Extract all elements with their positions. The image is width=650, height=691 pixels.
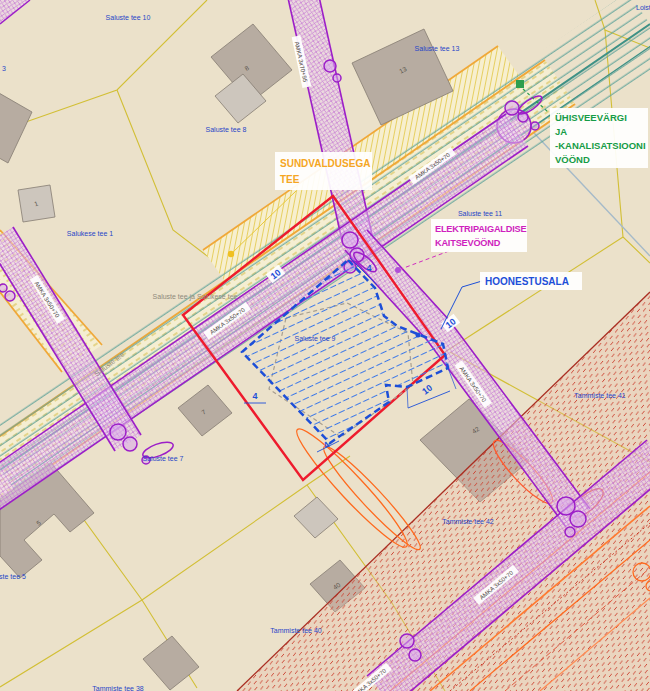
hoonestusala-label: HOONESTUSALA [480, 272, 582, 290]
uhisveevargi-voond-label: ÜHISVEEVÄRGI JA -KANALISATSIOONI VÖÖND [550, 108, 648, 168]
svg-text:JA: JA [555, 126, 567, 137]
elektripaigaldise-kaitsevoond-label: ELEKTRIPAIGALDISE KAITSEVÖÖND [431, 219, 527, 252]
label-saluste-tee-5: Saluste tee 5 [0, 573, 26, 580]
sundvaldusega-tee-label: SUNDVALDUSEGA TEE [275, 152, 372, 190]
svg-text:VÖÖND: VÖÖND [555, 154, 590, 165]
label-salukese-tee-1: Salukese tee 1 [67, 230, 113, 237]
label-loistu: Loist [636, 4, 650, 11]
label-tammiste-tee-38: Tammiste tee 38 [92, 685, 143, 691]
svg-text:TEE: TEE [280, 174, 300, 185]
label-saluste-tee-10: Saluste tee 10 [106, 14, 151, 21]
svg-text:ELEKTRIPAIGALDISE: ELEKTRIPAIGALDISE [435, 224, 526, 234]
svg-text:KAITSEVÖÖND: KAITSEVÖÖND [435, 238, 501, 248]
label-saluste-tee-11: Saluste tee 11 [458, 210, 502, 217]
dimension-4: 4 [366, 263, 371, 273]
sundvaldus-marker [228, 251, 234, 257]
svg-text:ÜHISVEEVÄRGI: ÜHISVEEVÄRGI [555, 112, 627, 123]
label-tammiste-tee-42: Tammiste tee 42 [442, 518, 493, 525]
water-sewer-marker [516, 80, 524, 88]
label-tammiste-tee-40: Tammiste tee 40 [270, 627, 321, 634]
hoonestusala-point [416, 333, 421, 338]
svg-text:SUNDVALDUSEGA: SUNDVALDUSEGA [280, 158, 370, 169]
svg-text:-KANALISATSIOONI: -KANALISATSIOONI [555, 140, 646, 151]
electric-marker [395, 267, 401, 273]
detail-plan-map[interactable]: 8 13 1 7 5 40 42 [0, 0, 650, 691]
label-saluste-tee-3: 3 [2, 65, 6, 72]
map-canvas[interactable]: 8 13 1 7 5 40 42 [0, 0, 650, 691]
label-saluste-tee-7: Saluste tee 7 [143, 455, 184, 462]
dimension-4: 4 [252, 391, 257, 401]
label-saluste-tee-9: Saluste tee 9 [295, 335, 336, 342]
svg-text:HOONESTUSALA: HOONESTUSALA [485, 276, 569, 287]
label-saluste-tee-8: Saluste tee 8 [206, 126, 247, 133]
label-tammiste-tee-41: Tammiste tee 41 [574, 392, 625, 399]
label-saluste-tee-13: Saluste tee 13 [415, 45, 460, 52]
label-saluste-ja-salukese: Saluste tee ja Salukese tee [153, 293, 238, 301]
